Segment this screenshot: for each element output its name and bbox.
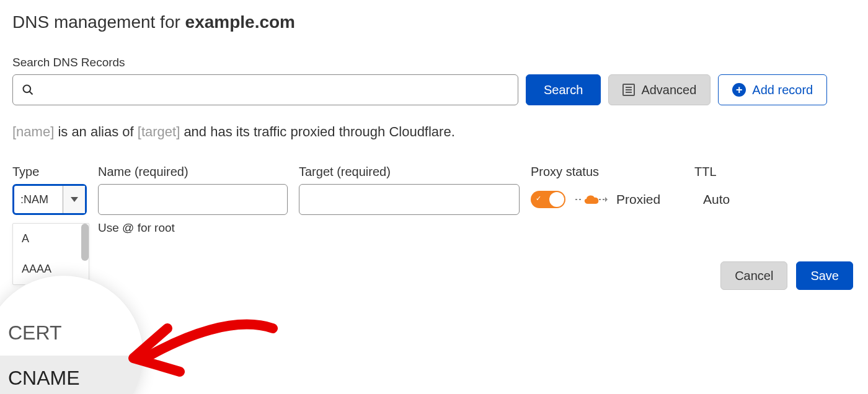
field-target: Target (required) bbox=[299, 165, 520, 215]
page-title: DNS management for example.com bbox=[12, 12, 856, 32]
dropdown-scrollbar[interactable] bbox=[81, 224, 89, 261]
target-label: Target (required) bbox=[299, 165, 520, 179]
arrow-annotation-icon bbox=[124, 304, 285, 390]
proxy-row: ✓ Proxied bbox=[531, 184, 683, 215]
check-icon: ✓ bbox=[536, 195, 541, 203]
desc-target-placeholder: [target] bbox=[138, 124, 180, 139]
ttl-label: TTL bbox=[694, 165, 769, 179]
svg-point-0 bbox=[24, 85, 31, 93]
target-input[interactable] bbox=[299, 184, 520, 215]
field-proxy: Proxy status ✓ Proxied bbox=[531, 165, 683, 215]
type-label: Type bbox=[12, 165, 87, 179]
cloud-proxied-icon bbox=[574, 192, 608, 207]
search-icon bbox=[22, 84, 34, 96]
svg-marker-2 bbox=[71, 197, 78, 202]
name-hint: Use @ for root bbox=[98, 221, 288, 235]
add-record-label: Add record bbox=[752, 83, 813, 97]
name-input[interactable] bbox=[98, 184, 288, 215]
advanced-button[interactable]: Advanced bbox=[608, 74, 711, 105]
name-label: Name (required) bbox=[98, 165, 288, 179]
svg-line-1 bbox=[30, 92, 33, 95]
save-button[interactable]: Save bbox=[796, 261, 853, 290]
dropdown-item-a[interactable]: A bbox=[13, 224, 89, 254]
plus-circle-icon: + bbox=[732, 83, 746, 97]
type-select[interactable]: :NAM bbox=[12, 184, 87, 215]
field-ttl: TTL Auto bbox=[694, 165, 769, 215]
cancel-button[interactable]: Cancel bbox=[720, 261, 787, 290]
search-row: Search Advanced + Add record bbox=[12, 74, 856, 105]
type-select-value: :NAM bbox=[14, 193, 63, 206]
title-prefix: DNS management for bbox=[12, 12, 185, 32]
record-description: [name] is an alias of [target] and has i… bbox=[12, 124, 856, 140]
field-name: Name (required) Use @ for root bbox=[98, 165, 288, 235]
search-input-container[interactable] bbox=[12, 74, 518, 105]
ttl-value: Auto bbox=[694, 184, 769, 215]
zoom-item-cert[interactable]: CERT bbox=[8, 310, 143, 356]
list-icon bbox=[622, 84, 635, 96]
record-form: Type :NAM Name (required) Use @ for root… bbox=[12, 165, 856, 235]
svg-marker-5 bbox=[605, 197, 608, 202]
search-label: Search DNS Records bbox=[12, 56, 856, 69]
desc-name-placeholder: [name] bbox=[12, 124, 54, 139]
chevron-down-icon bbox=[63, 186, 85, 213]
advanced-button-label: Advanced bbox=[641, 83, 696, 97]
desc-text-2: and has its traffic proxied through Clou… bbox=[180, 124, 455, 139]
proxy-label: Proxy status bbox=[531, 165, 683, 179]
zoom-annotation: CERT CNAME bbox=[0, 275, 144, 394]
add-record-button[interactable]: + Add record bbox=[718, 74, 827, 105]
title-domain: example.com bbox=[185, 12, 295, 32]
proxy-status-value: Proxied bbox=[616, 192, 660, 207]
search-button[interactable]: Search bbox=[526, 74, 601, 105]
field-type: Type :NAM bbox=[12, 165, 87, 215]
zoom-item-cname[interactable]: CNAME bbox=[0, 356, 144, 394]
search-input[interactable] bbox=[34, 84, 509, 97]
proxy-toggle[interactable]: ✓ bbox=[531, 191, 565, 208]
form-actions: Cancel Save bbox=[720, 261, 853, 290]
desc-text-1: is an alias of bbox=[54, 124, 138, 139]
